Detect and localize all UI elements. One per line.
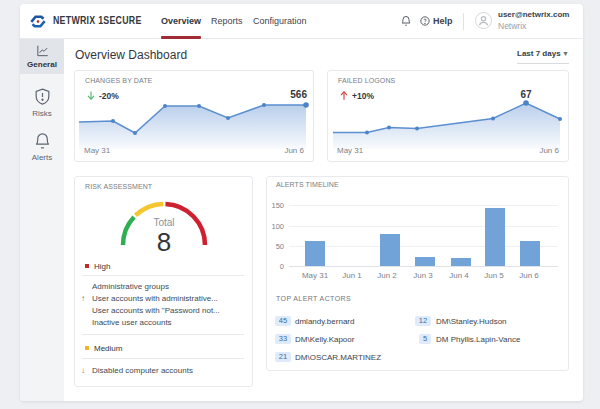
svg-text:8: 8 (157, 227, 171, 257)
svg-text:67: 67 (520, 89, 532, 100)
